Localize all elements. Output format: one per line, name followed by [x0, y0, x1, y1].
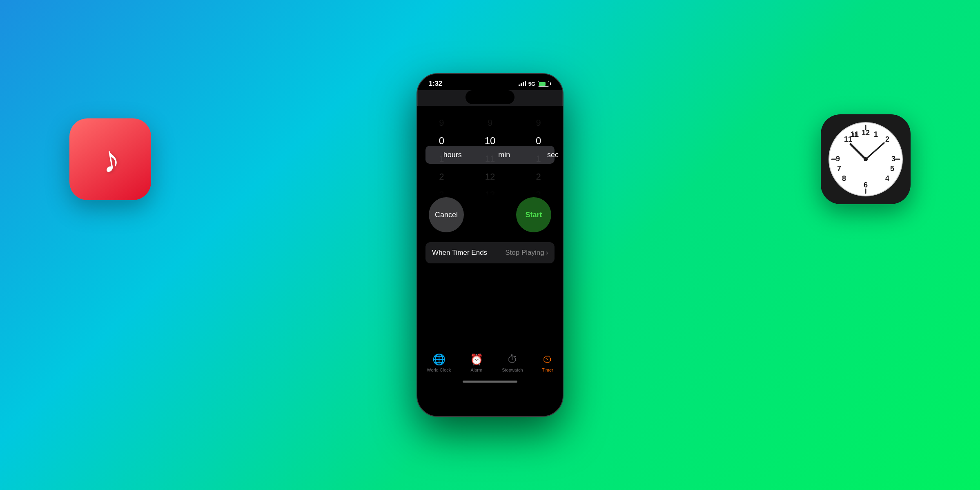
stopwatch-label: Stopwatch	[502, 368, 523, 372]
when-timer-ends-row[interactable]: When Timer Ends Stop Playing ›	[425, 242, 555, 263]
picker-item: 12	[466, 168, 514, 186]
clock-app-icon[interactable]: 12 3 6 9 2 4 11 8 1 5 11 7 10	[821, 114, 911, 204]
svg-text:3: 3	[891, 155, 895, 163]
status-bar: 1:32 5G 71	[417, 74, 563, 90]
seconds-selected: 0	[514, 132, 563, 150]
phone-body: 1:32 5G 71	[416, 73, 564, 417]
timer-label: Timer	[542, 368, 553, 372]
timer-icon: ⏲	[542, 353, 553, 366]
svg-text:5: 5	[890, 165, 894, 173]
svg-text:6: 6	[864, 181, 868, 189]
start-button[interactable]: Start	[516, 197, 551, 232]
minutes-label: min	[498, 151, 510, 159]
picker-item: 9	[466, 114, 514, 132]
nav-alarm[interactable]: ⏰ Alarm	[466, 352, 487, 374]
timer-controls: Cancel Start	[417, 187, 563, 242]
music-note-icon: ♪	[98, 140, 122, 179]
seconds-column[interactable]: 8 9 0 1 2 3 sec	[514, 114, 563, 196]
picker-item: 9	[417, 114, 466, 132]
music-app-icon[interactable]: ♪	[69, 118, 151, 200]
alarm-label: Alarm	[470, 368, 482, 372]
svg-text:10: 10	[852, 132, 858, 138]
nav-world-clock[interactable]: 🌐 World Clock	[423, 352, 455, 374]
when-timer-ends-label: When Timer Ends	[432, 249, 487, 257]
chevron-right-icon: ›	[546, 249, 548, 256]
stopwatch-icon: ⏱	[507, 353, 518, 366]
nav-timer[interactable]: ⏲ Timer	[538, 352, 557, 374]
svg-text:4: 4	[885, 174, 889, 183]
phone-mockup: 1:32 5G 71	[416, 73, 564, 417]
svg-text:7: 7	[837, 165, 841, 173]
picker-item: 3	[417, 186, 466, 196]
world-clock-label: World Clock	[427, 368, 451, 372]
timer-screen: 8 9 0 1 2 3 hours	[417, 106, 563, 416]
picker-item: 2	[417, 168, 466, 186]
alarm-icon: ⏰	[470, 353, 483, 366]
svg-text:9: 9	[836, 155, 840, 163]
minutes-selected: 10	[466, 132, 514, 150]
clock-svg: 12 3 6 9 2 4 11 8 1 5 11 7 10	[827, 120, 904, 198]
svg-text:12: 12	[862, 129, 870, 137]
picker-item: 13	[466, 186, 514, 196]
hours-column[interactable]: 8 9 0 1 2 3 hours	[417, 114, 466, 196]
svg-text:1: 1	[874, 130, 878, 138]
status-time: 1:32	[429, 80, 442, 88]
battery-icon: 71	[538, 81, 551, 87]
signal-bars-icon	[519, 81, 526, 86]
when-timer-ends-value: Stop Playing ›	[505, 249, 548, 257]
stop-playing-text: Stop Playing	[505, 249, 544, 257]
hours-selected: 0	[417, 132, 466, 150]
cancel-button[interactable]: Cancel	[429, 197, 464, 232]
bottom-navigation: 🌐 World Clock ⏰ Alarm ⏱ Stopwatch ⏲ Time…	[417, 345, 563, 377]
picker-item: 9	[514, 114, 563, 132]
svg-text:2: 2	[885, 135, 889, 143]
picker-item: 3	[514, 186, 563, 196]
picker-columns: 8 9 0 1 2 3 hours	[417, 114, 563, 196]
svg-point-21	[864, 157, 868, 161]
hours-label: hours	[443, 151, 462, 159]
minutes-column[interactable]: 8 9 10 11 12 13 min	[466, 114, 514, 196]
battery-percent: 71	[542, 79, 545, 82]
seconds-label: sec	[547, 151, 559, 159]
status-icons: 5G 71	[519, 81, 551, 87]
time-picker[interactable]: 8 9 0 1 2 3 hours	[417, 106, 563, 187]
network-indicator: 5G	[528, 81, 535, 87]
world-clock-icon: 🌐	[432, 353, 445, 366]
nav-stopwatch[interactable]: ⏱ Stopwatch	[498, 352, 527, 374]
picker-item: 2	[514, 168, 563, 186]
svg-text:8: 8	[842, 174, 846, 183]
dynamic-island	[466, 90, 514, 104]
home-indicator	[463, 381, 517, 383]
